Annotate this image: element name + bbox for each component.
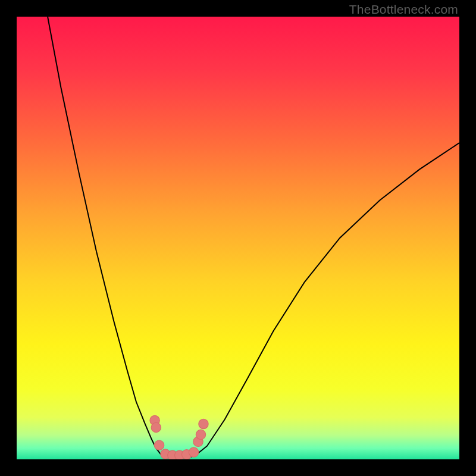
curve-layer <box>17 17 459 459</box>
bottleneck-curve <box>48 17 459 458</box>
valley-marker <box>196 430 205 439</box>
watermark-text: TheBottleneck.com <box>349 2 458 17</box>
valley-marker <box>199 419 208 428</box>
valley-marker <box>151 422 161 432</box>
chart-frame: TheBottleneck.com <box>0 0 476 476</box>
valley-marker <box>154 440 164 450</box>
plot-area <box>17 17 459 459</box>
valley-marker <box>189 447 198 457</box>
